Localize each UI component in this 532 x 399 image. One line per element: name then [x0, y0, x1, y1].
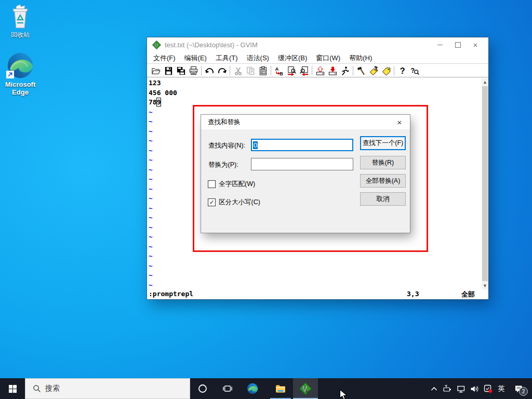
print-icon[interactable] — [187, 65, 200, 76]
tray-volume-icon[interactable] — [468, 378, 481, 399]
desktop-icon-label: Microsoft — [2, 81, 39, 88]
tilde-line: ~ — [149, 242, 488, 252]
tray-battery-icon[interactable] — [441, 378, 454, 399]
make-icon[interactable] — [355, 65, 367, 76]
svg-text:?: ? — [410, 66, 415, 74]
menu-buffers[interactable]: 缓冲区(B) — [278, 54, 307, 63]
desktop-icon-recycle-bin[interactable]: 回收站 — [2, 4, 39, 39]
recycle-bin-icon — [9, 4, 32, 29]
taskbar-edge-button[interactable] — [240, 378, 265, 399]
replace-button[interactable]: 替换(R) — [360, 156, 406, 169]
checkbox-icon[interactable]: ✓ — [208, 198, 216, 206]
vertical-scrollbar[interactable]: ▲ ▼ — [482, 78, 488, 289]
menu-help[interactable]: 帮助(H) — [349, 54, 372, 63]
menu-tools[interactable]: 工具(T) — [216, 54, 238, 63]
checkbox-icon[interactable] — [208, 180, 216, 188]
file-explorer-icon — [275, 383, 286, 394]
toolbar-separator — [353, 66, 353, 75]
toolbar-separator — [201, 66, 202, 75]
svg-text:im: im — [306, 389, 310, 394]
buffer-line-with-cursor: 789 — [149, 98, 488, 108]
replace-input[interactable] — [251, 158, 353, 170]
edge-logo-icon — [247, 383, 258, 394]
task-view-button[interactable] — [215, 378, 240, 399]
start-button[interactable] — [0, 378, 25, 399]
cancel-button[interactable]: 取消 — [360, 192, 406, 206]
cut-icon[interactable] — [232, 65, 244, 76]
desktop-icon-label: 回收站 — [2, 31, 39, 39]
find-label: 查找内容(N): — [208, 141, 245, 150]
svg-text:B: B — [279, 71, 283, 76]
build-tags-icon[interactable] — [367, 65, 380, 76]
undo-icon[interactable] — [203, 65, 216, 76]
taskbar-search-box[interactable]: 搜索 — [25, 378, 190, 399]
match-case-checkbox[interactable]: ✓ 区分大小写(C) — [208, 198, 260, 207]
tray-network-icon[interactable] — [454, 378, 468, 399]
taskbar-vim-button[interactable]: V im — [293, 378, 318, 399]
gvim-titlebar[interactable]: V test.txt (~\Desktop\test) - GVIM × — [147, 37, 488, 52]
open-icon[interactable] — [150, 65, 162, 76]
cortana-button[interactable] — [190, 378, 215, 399]
paste-icon[interactable] — [257, 65, 269, 76]
task-view-icon — [223, 384, 232, 393]
menu-window[interactable]: 窗口(W) — [316, 54, 340, 63]
minimize-button[interactable] — [431, 37, 449, 52]
save-all-icon[interactable] — [175, 65, 187, 76]
desktop-icon-label: Edge — [2, 88, 39, 96]
gvim-statusbar: :promptrepl 3,3 全部 — [147, 289, 488, 299]
copy-icon[interactable] — [244, 65, 257, 76]
save-session-icon[interactable] — [326, 65, 339, 76]
taskbar: 搜索 V i — [0, 378, 532, 399]
help-icon[interactable]: ? — [396, 65, 408, 76]
mouse-cursor — [339, 389, 347, 399]
scroll-down-icon[interactable]: ▼ — [482, 282, 488, 289]
desktop-icon-edge[interactable]: Microsoft Edge — [2, 52, 39, 96]
tilde-line: ~ — [149, 271, 488, 281]
save-icon[interactable] — [162, 65, 175, 76]
load-session-icon[interactable] — [314, 65, 326, 76]
command-line: :promptrepl — [149, 290, 193, 298]
dialog-title: 查找和替换 — [208, 118, 241, 127]
search-placeholder: 搜索 — [45, 384, 60, 393]
action-center-button[interactable]: 2 — [508, 378, 529, 399]
tray-chevron-up-icon[interactable] — [427, 378, 441, 399]
dialog-close-icon[interactable]: × — [389, 118, 410, 127]
toolbar-separator — [312, 66, 312, 75]
scrollbar-thumb[interactable] — [482, 86, 488, 281]
find-replace-icon[interactable]: AB — [273, 65, 285, 76]
menu-syntax[interactable]: 语法(S) — [247, 54, 269, 63]
find-prev-icon[interactable] — [298, 65, 310, 76]
jump-to-tag-icon[interactable] — [380, 65, 392, 76]
run-script-icon[interactable] — [339, 65, 351, 76]
find-help-icon[interactable]: ? — [408, 65, 421, 76]
desktop: { "colors":{"accent":"#0078d7","annotati… — [0, 0, 532, 399]
find-replace-dialog: 查找和替换 × 查找内容(N): 0 替换为(P): 全字匹配(W) ✓ 区分大… — [201, 115, 410, 233]
taskbar-explorer-button[interactable] — [268, 378, 293, 399]
tilde-line: ~ — [149, 251, 488, 261]
ime-indicator[interactable]: 英 — [495, 378, 508, 399]
find-next-button[interactable]: 查找下一个(F) — [360, 136, 406, 150]
window-title: test.txt (~\Desktop\test) - GVIM — [165, 41, 431, 49]
tilde-line: ~ — [149, 261, 488, 271]
gvim-toolbar: AB?? — [147, 64, 488, 77]
menu-file[interactable]: 文件(F) — [153, 54, 176, 63]
svg-text:V: V — [154, 42, 158, 48]
redo-icon[interactable] — [216, 65, 228, 76]
notification-count-badge: 2 — [519, 387, 528, 396]
selected-text: 0 — [253, 141, 258, 149]
dialog-titlebar[interactable]: 查找和替换 × — [201, 115, 410, 129]
maximize-button[interactable] — [449, 37, 467, 52]
toolbar-separator — [230, 66, 230, 75]
find-next-icon[interactable] — [285, 65, 298, 76]
maximize-icon — [455, 42, 461, 48]
whole-word-checkbox[interactable]: 全字匹配(W) — [208, 180, 255, 189]
tilde-line: ~ — [149, 281, 488, 290]
find-input[interactable]: 0 — [251, 139, 353, 151]
menu-edit[interactable]: 编辑(E) — [184, 54, 207, 63]
replace-all-button[interactable]: 全部替换(A) — [360, 174, 406, 188]
vim-app-icon: V — [152, 41, 161, 49]
scroll-position: 全部 — [461, 290, 475, 299]
scroll-up-icon[interactable]: ▲ — [482, 78, 488, 86]
close-button[interactable]: × — [467, 37, 484, 52]
tray-app-red-badge-icon[interactable] — [481, 378, 495, 399]
